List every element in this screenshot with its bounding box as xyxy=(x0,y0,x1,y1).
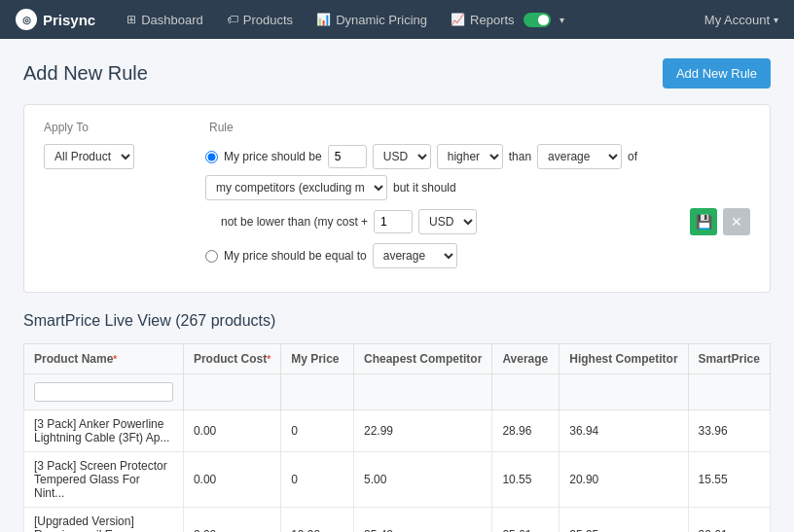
cost-plus-input[interactable] xyxy=(374,210,413,233)
filter-highest xyxy=(559,374,688,410)
rule-label: Rule xyxy=(209,121,234,134)
smart-cell: 30.61 xyxy=(688,508,770,533)
product-name-cell: [Upgraded Version] Runningsnail Emergenc… xyxy=(24,508,184,533)
page-title: Add New Rule xyxy=(23,62,148,85)
navbar: ◎ Prisync ⊞ Dashboard 🏷 Products 📊 Dynam… xyxy=(0,0,794,39)
table-row: [3 Pack] Anker Powerline Lightning Cable… xyxy=(24,410,771,452)
products-icon: 🏷 xyxy=(227,13,238,26)
nav-dashboard[interactable]: ⊞ Dashboard xyxy=(115,0,215,39)
avg-cell: 10.55 xyxy=(492,452,559,508)
direction-select[interactable]: higherlower xyxy=(437,144,503,169)
filter-product xyxy=(24,374,184,410)
reports-dropdown-icon: ▾ xyxy=(559,15,564,25)
th-smartprice: SmartPrice xyxy=(688,344,770,374)
dashboard-icon: ⊞ xyxy=(126,13,136,26)
filter-smart xyxy=(688,374,770,410)
reports-toggle[interactable] xyxy=(523,13,551,27)
product-name-cell: [3 Pack] Screen Protector Tempered Glass… xyxy=(24,452,184,508)
smart-cell: 33.96 xyxy=(688,410,770,452)
discard-rule-button[interactable]: ✕ xyxy=(723,208,750,235)
radio-equal-rule[interactable] xyxy=(205,250,218,263)
nav-reports[interactable]: 📈 Reports ▾ xyxy=(439,0,576,39)
th-my-price: My Price xyxy=(281,344,354,374)
currency-select-1[interactable]: USDEURGBP xyxy=(373,144,431,169)
highest-cell: 25.95 xyxy=(559,508,688,533)
radio-price-rule[interactable] xyxy=(205,151,218,163)
radio1-of: of xyxy=(628,150,637,163)
price-value-input[interactable] xyxy=(328,145,367,168)
section-title: SmartPrice Live View (267 products) xyxy=(23,312,771,330)
avg-cell: 25.61 xyxy=(492,508,559,533)
th-product-cost: Product Cost* xyxy=(183,344,280,374)
product-name-cell: [3 Pack] Anker Powerline Lightning Cable… xyxy=(24,410,184,452)
account-dropdown-icon: ▾ xyxy=(774,15,778,25)
th-average: Average xyxy=(492,344,559,374)
currency-select-2[interactable]: USDEUR xyxy=(418,209,477,234)
avg-select[interactable]: averageminimummaximum xyxy=(537,144,622,169)
my-account-menu[interactable]: My Account ▾ xyxy=(704,13,778,27)
radio1-than: than xyxy=(509,150,531,163)
equal-avg-select[interactable]: averageminimummaximum xyxy=(373,243,457,268)
radio1-but: but it should xyxy=(393,181,456,195)
table-row: [3 Pack] Screen Protector Tempered Glass… xyxy=(24,452,771,508)
highest-cell: 20.90 xyxy=(559,452,688,508)
main-content: Add New Rule Add New Rule Apply To Rule … xyxy=(0,39,794,532)
smart-cell: 15.55 xyxy=(688,452,770,508)
nav-dynamic-pricing-label: Dynamic Pricing xyxy=(336,13,427,27)
my-price-cell: 0 xyxy=(281,410,354,452)
radio1-not-below: not be lower than (my cost + xyxy=(221,215,368,229)
nav-products[interactable]: 🏷 Products xyxy=(215,0,305,39)
reports-icon: 📈 xyxy=(451,13,465,26)
products-table: Product Name* Product Cost* My Price Che… xyxy=(23,343,771,532)
page-header: Add New Rule Add New Rule xyxy=(23,58,771,89)
nav-dynamic-pricing[interactable]: 📊 Dynamic Pricing xyxy=(305,0,439,39)
th-product-name: Product Name* xyxy=(24,344,184,374)
apply-to-label: Apply To xyxy=(44,121,209,134)
radio-row-2: My price should be equal to averageminim… xyxy=(205,243,750,268)
apply-to-select[interactable]: All Product Category Brand xyxy=(44,144,134,169)
add-new-rule-button[interactable]: Add New Rule xyxy=(663,58,771,89)
logo-icon: ◎ xyxy=(16,9,37,30)
th-cheapest-competitor: Cheapest Competitor xyxy=(354,344,492,374)
filter-cheapest xyxy=(354,374,492,410)
th-highest-competitor: Highest Competitor xyxy=(559,344,688,374)
radio-row-1: My price should be USDEURGBP higherlower… xyxy=(205,144,750,200)
brand-name: Prisync xyxy=(43,12,95,28)
rule-col: My price should be USDEURGBP higherlower… xyxy=(205,144,750,276)
table-row: [Upgraded Version] Runningsnail Emergenc… xyxy=(24,508,771,533)
cheapest-cell: 25.40 xyxy=(354,508,492,533)
save-rule-button[interactable]: 💾 xyxy=(690,208,717,235)
filter-myprice xyxy=(281,374,354,410)
filter-avg xyxy=(492,374,559,410)
rule-labels: Apply To Rule xyxy=(44,121,750,134)
competitors-select[interactable]: my competitors (excluding m all my compe… xyxy=(205,175,387,200)
rule-card: Apply To Rule All Product Category Brand… xyxy=(23,104,771,293)
product-filter-input[interactable] xyxy=(34,382,173,402)
nav-reports-label: Reports xyxy=(470,13,515,27)
cheapest-cell: 22.99 xyxy=(354,410,492,452)
nav-products-label: Products xyxy=(243,13,293,27)
rule-body: All Product Category Brand My price shou… xyxy=(44,144,750,276)
table-header-row: Product Name* Product Cost* My Price Che… xyxy=(24,344,771,374)
radio-row-1b: not be lower than (my cost + USDEUR 💾 ✕ xyxy=(205,208,750,235)
table-filter-row xyxy=(24,374,771,410)
rule-actions: 💾 ✕ xyxy=(690,208,750,235)
product-cost-cell: 0.00 xyxy=(183,410,280,452)
my-account-label: My Account xyxy=(704,13,770,27)
radio2-text: My price should be equal to xyxy=(224,249,367,263)
dynamic-pricing-icon: 📊 xyxy=(316,13,331,26)
radio1-text-1: My price should be xyxy=(224,150,322,163)
product-cost-cell: 0.00 xyxy=(183,452,280,508)
my-price-cell: 0 xyxy=(281,452,354,508)
filter-cost xyxy=(183,374,280,410)
nav-dashboard-label: Dashboard xyxy=(141,13,203,27)
apply-to-col: All Product Category Brand xyxy=(44,144,190,169)
product-cost-cell: 0.00 xyxy=(183,508,280,533)
avg-cell: 28.96 xyxy=(492,410,559,452)
table-body: [3 Pack] Anker Powerline Lightning Cable… xyxy=(24,410,771,533)
highest-cell: 36.94 xyxy=(559,410,688,452)
my-price-cell: 19.90 xyxy=(281,508,354,533)
brand-logo[interactable]: ◎ Prisync xyxy=(16,9,95,30)
cheapest-cell: 5.00 xyxy=(354,452,492,508)
